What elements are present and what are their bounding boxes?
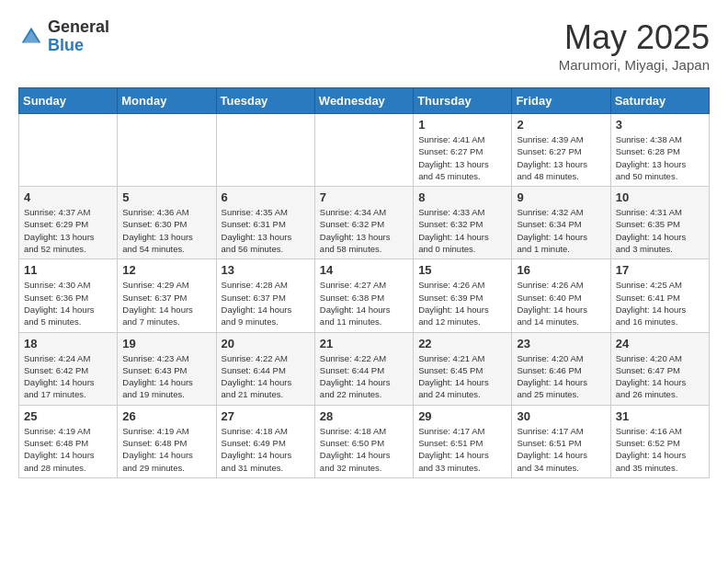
day-number: 27 xyxy=(222,409,310,423)
day-number: 25 xyxy=(24,409,112,423)
day-header-thursday: Thursday xyxy=(414,88,512,114)
logo: General Blue xyxy=(18,18,109,55)
day-info: Sunrise: 4:18 AM Sunset: 6:50 PM Dayligh… xyxy=(320,425,408,474)
calendar-cell: 26Sunrise: 4:19 AM Sunset: 6:48 PM Dayli… xyxy=(118,405,216,477)
calendar-cell: 14Sunrise: 4:27 AM Sunset: 6:38 PM Dayli… xyxy=(314,259,413,332)
day-number: 2 xyxy=(517,118,605,132)
day-number: 13 xyxy=(222,263,310,277)
day-info: Sunrise: 4:19 AM Sunset: 6:48 PM Dayligh… xyxy=(24,425,112,474)
calendar-cell xyxy=(19,114,118,187)
day-info: Sunrise: 4:22 AM Sunset: 6:44 PM Dayligh… xyxy=(320,352,408,401)
day-info: Sunrise: 4:16 AM Sunset: 6:52 PM Dayligh… xyxy=(616,425,704,474)
day-number: 15 xyxy=(418,263,506,277)
calendar-cell: 6Sunrise: 4:35 AM Sunset: 6:31 PM Daylig… xyxy=(216,187,314,259)
day-number: 14 xyxy=(320,263,408,277)
calendar-cell: 20Sunrise: 4:22 AM Sunset: 6:44 PM Dayli… xyxy=(216,332,314,405)
day-header-wednesday: Wednesday xyxy=(314,88,413,114)
day-info: Sunrise: 4:34 AM Sunset: 6:32 PM Dayligh… xyxy=(320,206,408,255)
day-number: 24 xyxy=(616,337,704,350)
calendar-cell: 21Sunrise: 4:22 AM Sunset: 6:44 PM Dayli… xyxy=(314,332,413,405)
day-info: Sunrise: 4:20 AM Sunset: 6:46 PM Dayligh… xyxy=(517,352,605,401)
day-number: 20 xyxy=(222,337,310,350)
day-info: Sunrise: 4:28 AM Sunset: 6:37 PM Dayligh… xyxy=(222,279,310,327)
calendar-cell: 1Sunrise: 4:41 AM Sunset: 6:27 PM Daylig… xyxy=(414,114,512,187)
day-info: Sunrise: 4:24 AM Sunset: 6:42 PM Dayligh… xyxy=(24,352,112,401)
calendar-cell: 8Sunrise: 4:33 AM Sunset: 6:32 PM Daylig… xyxy=(414,187,512,259)
day-info: Sunrise: 4:20 AM Sunset: 6:47 PM Dayligh… xyxy=(616,352,704,401)
day-info: Sunrise: 4:27 AM Sunset: 6:38 PM Dayligh… xyxy=(320,279,408,327)
calendar-cell: 25Sunrise: 4:19 AM Sunset: 6:48 PM Dayli… xyxy=(19,405,118,477)
day-info: Sunrise: 4:32 AM Sunset: 6:34 PM Dayligh… xyxy=(517,206,605,255)
day-header-monday: Monday xyxy=(118,88,216,114)
day-info: Sunrise: 4:21 AM Sunset: 6:45 PM Dayligh… xyxy=(418,352,506,401)
day-info: Sunrise: 4:26 AM Sunset: 6:40 PM Dayligh… xyxy=(517,279,605,327)
day-number: 28 xyxy=(320,409,408,423)
day-info: Sunrise: 4:36 AM Sunset: 6:30 PM Dayligh… xyxy=(122,206,210,255)
location-text: Marumori, Miyagi, Japan xyxy=(559,57,710,73)
day-header-friday: Friday xyxy=(512,88,610,114)
calendar-cell: 19Sunrise: 4:23 AM Sunset: 6:43 PM Dayli… xyxy=(118,332,216,405)
calendar-cell: 22Sunrise: 4:21 AM Sunset: 6:45 PM Dayli… xyxy=(414,332,512,405)
day-info: Sunrise: 4:35 AM Sunset: 6:31 PM Dayligh… xyxy=(222,206,310,255)
day-number: 30 xyxy=(517,409,605,423)
day-info: Sunrise: 4:38 AM Sunset: 6:28 PM Dayligh… xyxy=(616,133,704,182)
day-number: 29 xyxy=(418,409,506,423)
calendar-cell: 11Sunrise: 4:30 AM Sunset: 6:36 PM Dayli… xyxy=(19,259,118,332)
day-number: 12 xyxy=(122,263,210,277)
day-info: Sunrise: 4:37 AM Sunset: 6:29 PM Dayligh… xyxy=(24,206,112,255)
calendar-cell: 13Sunrise: 4:28 AM Sunset: 6:37 PM Dayli… xyxy=(216,259,314,332)
calendar-cell: 5Sunrise: 4:36 AM Sunset: 6:30 PM Daylig… xyxy=(118,187,216,259)
day-header-tuesday: Tuesday xyxy=(216,88,314,114)
calendar-cell: 15Sunrise: 4:26 AM Sunset: 6:39 PM Dayli… xyxy=(414,259,512,332)
calendar-cell xyxy=(314,114,413,187)
days-header-row: SundayMondayTuesdayWednesdayThursdayFrid… xyxy=(19,88,710,114)
day-number: 21 xyxy=(320,337,408,350)
calendar-cell: 9Sunrise: 4:32 AM Sunset: 6:34 PM Daylig… xyxy=(512,187,610,259)
month-title: May 2025 xyxy=(559,18,710,57)
day-info: Sunrise: 4:33 AM Sunset: 6:32 PM Dayligh… xyxy=(418,206,506,255)
logo-icon xyxy=(18,24,44,50)
day-number: 10 xyxy=(616,190,704,204)
calendar-cell: 28Sunrise: 4:18 AM Sunset: 6:50 PM Dayli… xyxy=(314,405,413,477)
day-number: 5 xyxy=(122,190,210,204)
calendar-cell: 12Sunrise: 4:29 AM Sunset: 6:37 PM Dayli… xyxy=(118,259,216,332)
week-row-4: 18Sunrise: 4:24 AM Sunset: 6:42 PM Dayli… xyxy=(19,332,710,405)
calendar-cell: 30Sunrise: 4:17 AM Sunset: 6:51 PM Dayli… xyxy=(512,405,610,477)
day-number: 9 xyxy=(517,190,605,204)
day-number: 23 xyxy=(517,337,605,350)
logo-general-text: General xyxy=(48,18,109,37)
day-info: Sunrise: 4:23 AM Sunset: 6:43 PM Dayligh… xyxy=(122,352,210,401)
calendar-cell xyxy=(216,114,314,187)
week-row-2: 4Sunrise: 4:37 AM Sunset: 6:29 PM Daylig… xyxy=(19,187,710,259)
day-header-sunday: Sunday xyxy=(19,88,118,114)
day-info: Sunrise: 4:22 AM Sunset: 6:44 PM Dayligh… xyxy=(222,352,310,401)
day-number: 17 xyxy=(616,263,704,277)
day-header-saturday: Saturday xyxy=(610,88,709,114)
day-info: Sunrise: 4:18 AM Sunset: 6:49 PM Dayligh… xyxy=(222,425,310,474)
day-number: 7 xyxy=(320,190,408,204)
calendar-cell: 31Sunrise: 4:16 AM Sunset: 6:52 PM Dayli… xyxy=(610,405,709,477)
calendar-table: SundayMondayTuesdayWednesdayThursdayFrid… xyxy=(18,87,710,478)
calendar-cell: 2Sunrise: 4:39 AM Sunset: 6:27 PM Daylig… xyxy=(512,114,610,187)
calendar-cell: 27Sunrise: 4:18 AM Sunset: 6:49 PM Dayli… xyxy=(216,405,314,477)
day-info: Sunrise: 4:19 AM Sunset: 6:48 PM Dayligh… xyxy=(122,425,210,474)
calendar-cell xyxy=(118,114,216,187)
calendar-cell: 3Sunrise: 4:38 AM Sunset: 6:28 PM Daylig… xyxy=(610,114,709,187)
day-info: Sunrise: 4:25 AM Sunset: 6:41 PM Dayligh… xyxy=(616,279,704,327)
calendar-cell: 29Sunrise: 4:17 AM Sunset: 6:51 PM Dayli… xyxy=(414,405,512,477)
calendar-cell: 7Sunrise: 4:34 AM Sunset: 6:32 PM Daylig… xyxy=(314,187,413,259)
day-number: 19 xyxy=(122,337,210,350)
day-number: 16 xyxy=(517,263,605,277)
day-info: Sunrise: 4:29 AM Sunset: 6:37 PM Dayligh… xyxy=(122,279,210,327)
logo-blue-text: Blue xyxy=(48,37,109,55)
week-row-1: 1Sunrise: 4:41 AM Sunset: 6:27 PM Daylig… xyxy=(19,114,710,187)
day-info: Sunrise: 4:17 AM Sunset: 6:51 PM Dayligh… xyxy=(517,425,605,474)
week-row-3: 11Sunrise: 4:30 AM Sunset: 6:36 PM Dayli… xyxy=(19,259,710,332)
day-number: 26 xyxy=(122,409,210,423)
calendar-cell: 4Sunrise: 4:37 AM Sunset: 6:29 PM Daylig… xyxy=(19,187,118,259)
day-number: 8 xyxy=(418,190,506,204)
day-info: Sunrise: 4:39 AM Sunset: 6:27 PM Dayligh… xyxy=(517,133,605,182)
day-info: Sunrise: 4:31 AM Sunset: 6:35 PM Dayligh… xyxy=(616,206,704,255)
day-info: Sunrise: 4:17 AM Sunset: 6:51 PM Dayligh… xyxy=(418,425,506,474)
page-header: General Blue May 2025 Marumori, Miyagi, … xyxy=(18,18,710,73)
